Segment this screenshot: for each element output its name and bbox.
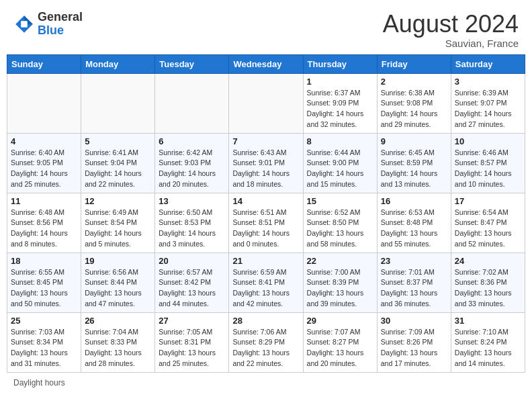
day-number: 19 xyxy=(85,256,151,266)
col-sunday: Sunday xyxy=(7,54,81,73)
day-info: Sunrise: 6:43 AM Sunset: 9:01 PM Dayligh… xyxy=(232,148,299,190)
day-number: 2 xyxy=(381,77,447,87)
calendar-week-row: 25Sunrise: 7:03 AM Sunset: 8:34 PM Dayli… xyxy=(7,312,525,372)
footer: Daylight hours xyxy=(0,373,532,393)
logo: General Blue xyxy=(13,11,83,38)
day-info: Sunrise: 6:53 AM Sunset: 8:48 PM Dayligh… xyxy=(381,208,447,250)
col-tuesday: Tuesday xyxy=(155,54,229,73)
calendar-week-row: 18Sunrise: 6:55 AM Sunset: 8:45 PM Dayli… xyxy=(7,253,525,312)
day-number: 28 xyxy=(232,316,299,326)
day-info: Sunrise: 7:00 AM Sunset: 8:39 PM Dayligh… xyxy=(307,267,373,310)
table-row: 25Sunrise: 7:03 AM Sunset: 8:34 PM Dayli… xyxy=(7,312,81,372)
day-number: 8 xyxy=(307,136,373,146)
table-row: 22Sunrise: 7:00 AM Sunset: 8:39 PM Dayli… xyxy=(303,253,377,312)
table-row: 2Sunrise: 6:38 AM Sunset: 9:08 PM Daylig… xyxy=(377,73,451,133)
table-row: 7Sunrise: 6:43 AM Sunset: 9:01 PM Daylig… xyxy=(229,133,303,193)
day-info: Sunrise: 6:52 AM Sunset: 8:50 PM Dayligh… xyxy=(307,208,373,250)
day-number: 14 xyxy=(232,196,299,206)
table-row: 23Sunrise: 7:01 AM Sunset: 8:37 PM Dayli… xyxy=(377,253,451,312)
day-info: Sunrise: 6:56 AM Sunset: 8:44 PM Dayligh… xyxy=(85,267,151,310)
day-number: 11 xyxy=(11,196,77,206)
day-info: Sunrise: 6:51 AM Sunset: 8:51 PM Dayligh… xyxy=(232,208,299,250)
day-number: 1 xyxy=(307,77,373,87)
table-row: 18Sunrise: 6:55 AM Sunset: 8:45 PM Dayli… xyxy=(7,253,81,312)
day-info: Sunrise: 7:01 AM Sunset: 8:37 PM Dayligh… xyxy=(381,267,447,310)
title-block: August 2024 Sauvian, France xyxy=(383,11,519,49)
table-row: 20Sunrise: 6:57 AM Sunset: 8:42 PM Dayli… xyxy=(155,253,229,312)
table-row: 12Sunrise: 6:49 AM Sunset: 8:54 PM Dayli… xyxy=(81,193,155,253)
daylight-hours-label: Daylight hours xyxy=(13,378,65,387)
day-info: Sunrise: 6:45 AM Sunset: 8:59 PM Dayligh… xyxy=(381,148,447,190)
table-row: 19Sunrise: 6:56 AM Sunset: 8:44 PM Dayli… xyxy=(81,253,155,312)
day-info: Sunrise: 6:55 AM Sunset: 8:45 PM Dayligh… xyxy=(11,267,77,310)
day-number: 23 xyxy=(381,256,447,266)
day-info: Sunrise: 7:06 AM Sunset: 8:29 PM Dayligh… xyxy=(232,327,299,369)
logo-general-text: General xyxy=(38,10,83,24)
day-number: 13 xyxy=(159,196,225,206)
day-header-row: Sunday Monday Tuesday Wednesday Thursday… xyxy=(7,54,525,73)
day-info: Sunrise: 7:03 AM Sunset: 8:34 PM Dayligh… xyxy=(11,327,77,369)
day-number: 24 xyxy=(455,256,521,266)
day-number: 18 xyxy=(11,256,77,266)
calendar-header: Sunday Monday Tuesday Wednesday Thursday… xyxy=(7,54,525,73)
table-row: 5Sunrise: 6:41 AM Sunset: 9:04 PM Daylig… xyxy=(81,133,155,193)
day-number: 21 xyxy=(232,256,299,266)
table-row xyxy=(229,73,303,133)
day-number: 30 xyxy=(381,316,447,326)
day-number: 6 xyxy=(159,136,225,146)
table-row: 6Sunrise: 6:42 AM Sunset: 9:03 PM Daylig… xyxy=(155,133,229,193)
day-info: Sunrise: 6:38 AM Sunset: 9:08 PM Dayligh… xyxy=(381,88,447,130)
table-row: 30Sunrise: 7:09 AM Sunset: 8:26 PM Dayli… xyxy=(377,312,451,372)
day-number: 29 xyxy=(307,316,373,326)
table-row: 29Sunrise: 7:07 AM Sunset: 8:27 PM Dayli… xyxy=(303,312,377,372)
day-number: 22 xyxy=(307,256,373,266)
day-number: 16 xyxy=(381,196,447,206)
table-row: 31Sunrise: 7:10 AM Sunset: 8:24 PM Dayli… xyxy=(451,312,525,372)
day-info: Sunrise: 6:57 AM Sunset: 8:42 PM Dayligh… xyxy=(159,267,225,310)
calendar-body: 1Sunrise: 6:37 AM Sunset: 9:09 PM Daylig… xyxy=(7,73,525,372)
day-number: 9 xyxy=(381,136,447,146)
day-info: Sunrise: 7:02 AM Sunset: 8:36 PM Dayligh… xyxy=(455,267,521,310)
calendar-container: Sunday Monday Tuesday Wednesday Thursday… xyxy=(0,54,532,373)
calendar-week-row: 1Sunrise: 6:37 AM Sunset: 9:09 PM Daylig… xyxy=(7,73,525,133)
logo-icon xyxy=(13,13,35,35)
day-info: Sunrise: 6:39 AM Sunset: 9:07 PM Dayligh… xyxy=(455,88,521,130)
table-row: 14Sunrise: 6:51 AM Sunset: 8:51 PM Dayli… xyxy=(229,193,303,253)
calendar-week-row: 4Sunrise: 6:40 AM Sunset: 9:05 PM Daylig… xyxy=(7,133,525,193)
table-row: 26Sunrise: 7:04 AM Sunset: 8:33 PM Dayli… xyxy=(81,312,155,372)
col-friday: Friday xyxy=(377,54,451,73)
table-row xyxy=(155,73,229,133)
location-subtitle: Sauvian, France xyxy=(383,38,519,49)
day-number: 26 xyxy=(85,316,151,326)
table-row: 16Sunrise: 6:53 AM Sunset: 8:48 PM Dayli… xyxy=(377,193,451,253)
day-number: 25 xyxy=(11,316,77,326)
table-row: 28Sunrise: 7:06 AM Sunset: 8:29 PM Dayli… xyxy=(229,312,303,372)
day-info: Sunrise: 6:40 AM Sunset: 9:05 PM Dayligh… xyxy=(11,148,77,190)
table-row: 24Sunrise: 7:02 AM Sunset: 8:36 PM Dayli… xyxy=(451,253,525,312)
table-row: 1Sunrise: 6:37 AM Sunset: 9:09 PM Daylig… xyxy=(303,73,377,133)
day-number: 27 xyxy=(159,316,225,326)
month-year-title: August 2024 xyxy=(383,11,519,38)
day-number: 3 xyxy=(455,77,521,87)
table-row: 9Sunrise: 6:45 AM Sunset: 8:59 PM Daylig… xyxy=(377,133,451,193)
table-row: 10Sunrise: 6:46 AM Sunset: 8:57 PM Dayli… xyxy=(451,133,525,193)
day-number: 15 xyxy=(307,196,373,206)
col-monday: Monday xyxy=(81,54,155,73)
table-row xyxy=(7,73,81,133)
calendar-table: Sunday Monday Tuesday Wednesday Thursday… xyxy=(7,54,525,373)
col-wednesday: Wednesday xyxy=(229,54,303,73)
page-header: General Blue August 2024 Sauvian, France xyxy=(0,0,532,54)
day-info: Sunrise: 6:41 AM Sunset: 9:04 PM Dayligh… xyxy=(85,148,151,190)
table-row: 27Sunrise: 7:05 AM Sunset: 8:31 PM Dayli… xyxy=(155,312,229,372)
day-info: Sunrise: 7:04 AM Sunset: 8:33 PM Dayligh… xyxy=(85,327,151,369)
table-row xyxy=(81,73,155,133)
table-row: 4Sunrise: 6:40 AM Sunset: 9:05 PM Daylig… xyxy=(7,133,81,193)
table-row: 21Sunrise: 6:59 AM Sunset: 8:41 PM Dayli… xyxy=(229,253,303,312)
table-row: 3Sunrise: 6:39 AM Sunset: 9:07 PM Daylig… xyxy=(451,73,525,133)
day-info: Sunrise: 6:50 AM Sunset: 8:53 PM Dayligh… xyxy=(159,208,225,250)
day-info: Sunrise: 6:54 AM Sunset: 8:47 PM Dayligh… xyxy=(455,208,521,250)
day-info: Sunrise: 6:37 AM Sunset: 9:09 PM Dayligh… xyxy=(307,88,373,130)
day-number: 12 xyxy=(85,196,151,206)
table-row: 8Sunrise: 6:44 AM Sunset: 9:00 PM Daylig… xyxy=(303,133,377,193)
svg-rect-2 xyxy=(21,21,28,28)
